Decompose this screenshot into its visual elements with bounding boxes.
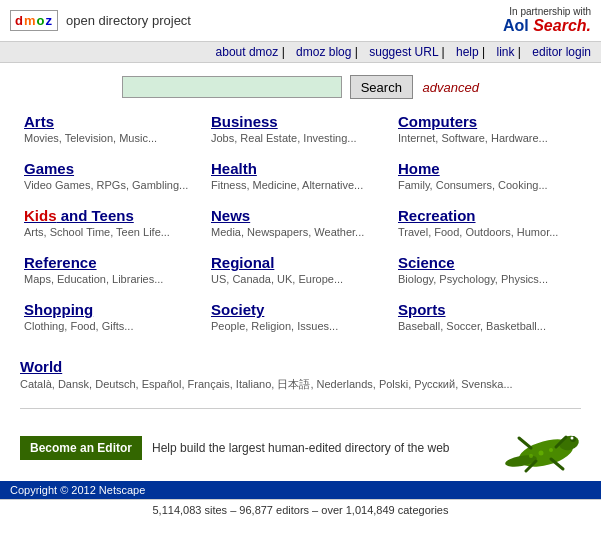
cat-regional-subs: US, Canada, UK, Europe... [211, 273, 390, 285]
aol-partnership: In partnership with Aol Search. [503, 6, 591, 35]
editor-section: Become an Editor Help build the largest … [0, 415, 601, 481]
search-input[interactable] [122, 76, 342, 98]
aol-logo: Aol Search. [503, 17, 591, 35]
category-col-1: Business Jobs, Real Estate, Investing...… [207, 113, 394, 348]
cat-news-subs: Media, Newspapers, Weather... [211, 226, 390, 238]
cat-world-subs: Català, Dansk, Deutsch, Español, Françai… [20, 377, 581, 392]
cat-health: Health Fitness, Medicine, Alternative... [211, 160, 390, 191]
cat-recreation-title[interactable]: Recreation [398, 207, 476, 224]
cat-recreation: Recreation Travel, Food, Outdoors, Humor… [398, 207, 577, 238]
copyright-bar: Copyright © 2012 Netscape [0, 481, 601, 499]
header: dmoz open directory project In partnersh… [0, 0, 601, 42]
categories-grid: Arts Movies, Television, Music... Games … [0, 109, 601, 358]
divider [20, 408, 581, 409]
site-name: open directory project [66, 13, 191, 28]
cat-business-subs: Jobs, Real Estate, Investing... [211, 132, 390, 144]
cat-health-subs: Fitness, Medicine, Alternative... [211, 179, 390, 191]
svg-point-8 [571, 437, 574, 440]
nav-about[interactable]: about dmoz [216, 45, 279, 59]
category-col-0: Arts Movies, Television, Music... Games … [20, 113, 207, 348]
become-editor-button[interactable]: Become an Editor [20, 436, 142, 460]
cat-news-title[interactable]: News [211, 207, 250, 224]
cat-society: Society People, Religion, Issues... [211, 301, 390, 332]
nav-bar: about dmoz | dmoz blog | suggest URL | h… [0, 42, 601, 63]
cat-arts: Arts Movies, Television, Music... [24, 113, 203, 144]
cat-home-subs: Family, Consumers, Cooking... [398, 179, 577, 191]
gecko-svg [501, 423, 581, 473]
cat-games-subs: Video Games, RPGs, Gambling... [24, 179, 203, 191]
cat-computers-title[interactable]: Computers [398, 113, 477, 130]
svg-point-10 [549, 448, 553, 452]
cat-science: Science Biology, Psychology, Physics... [398, 254, 577, 285]
cat-shopping: Shopping Clothing, Food, Gifts... [24, 301, 203, 332]
search-button[interactable]: Search [350, 75, 413, 99]
cat-health-title[interactable]: Health [211, 160, 257, 177]
nav-blog[interactable]: dmoz blog [296, 45, 351, 59]
cat-kids-teens: Kids and Teens Arts, School Time, Teen L… [24, 207, 203, 238]
cat-shopping-subs: Clothing, Food, Gifts... [24, 320, 203, 332]
cat-regional-title[interactable]: Regional [211, 254, 274, 271]
cat-shopping-title[interactable]: Shopping [24, 301, 93, 318]
cat-recreation-subs: Travel, Food, Outdoors, Humor... [398, 226, 577, 238]
cat-computers-subs: Internet, Software, Hardware... [398, 132, 577, 144]
cat-home-title[interactable]: Home [398, 160, 440, 177]
partner-text: In partnership with [503, 6, 591, 17]
advanced-link[interactable]: advanced [423, 80, 479, 95]
cat-regional: Regional US, Canada, UK, Europe... [211, 254, 390, 285]
svg-point-11 [529, 454, 533, 458]
world-section: World Català, Dansk, Deutsch, Español, F… [0, 358, 601, 402]
stats-text: 5,114,083 sites – 96,877 editors – over … [153, 504, 449, 516]
cat-science-title[interactable]: Science [398, 254, 455, 271]
cat-world-title[interactable]: World [20, 358, 62, 375]
cat-kids-teens-title[interactable]: Kids and Teens [24, 207, 134, 224]
category-col-2: Computers Internet, Software, Hardware..… [394, 113, 581, 348]
cat-society-title[interactable]: Society [211, 301, 264, 318]
svg-point-9 [539, 451, 544, 456]
cat-sports-subs: Baseball, Soccer, Basketball... [398, 320, 577, 332]
cat-reference: Reference Maps, Education, Libraries... [24, 254, 203, 285]
cat-arts-title[interactable]: Arts [24, 113, 54, 130]
cat-news: News Media, Newspapers, Weather... [211, 207, 390, 238]
cat-business: Business Jobs, Real Estate, Investing... [211, 113, 390, 144]
nav-suggest[interactable]: suggest URL [369, 45, 438, 59]
cat-kids-teens-subs: Arts, School Time, Teen Life... [24, 226, 203, 238]
cat-reference-title[interactable]: Reference [24, 254, 97, 271]
copyright-text: Copyright © 2012 Netscape [10, 484, 145, 496]
cat-games: Games Video Games, RPGs, Gambling... [24, 160, 203, 191]
gecko-image [501, 423, 581, 473]
search-bar: Search advanced [0, 63, 601, 109]
cat-reference-subs: Maps, Education, Libraries... [24, 273, 203, 285]
svg-line-6 [519, 438, 531, 448]
nav-editor-login[interactable]: editor login [532, 45, 591, 59]
cat-business-title[interactable]: Business [211, 113, 278, 130]
cat-computers: Computers Internet, Software, Hardware..… [398, 113, 577, 144]
cat-home: Home Family, Consumers, Cooking... [398, 160, 577, 191]
cat-games-title[interactable]: Games [24, 160, 74, 177]
logo-box: dmoz [10, 10, 58, 31]
logo-m: m [24, 13, 37, 28]
nav-help[interactable]: help [456, 45, 479, 59]
cat-sports: Sports Baseball, Soccer, Basketball... [398, 301, 577, 332]
footer-stats: 5,114,083 sites – 96,877 editors – over … [0, 499, 601, 520]
logo-d: d [15, 13, 24, 28]
logo-z: z [45, 13, 53, 28]
cat-sports-title[interactable]: Sports [398, 301, 446, 318]
cat-arts-subs: Movies, Television, Music... [24, 132, 203, 144]
logo-area: dmoz open directory project [10, 10, 191, 31]
cat-science-subs: Biology, Psychology, Physics... [398, 273, 577, 285]
cat-society-subs: People, Religion, Issues... [211, 320, 390, 332]
nav-link[interactable]: link [496, 45, 514, 59]
editor-description: Help build the largest human-edited dire… [152, 441, 450, 455]
